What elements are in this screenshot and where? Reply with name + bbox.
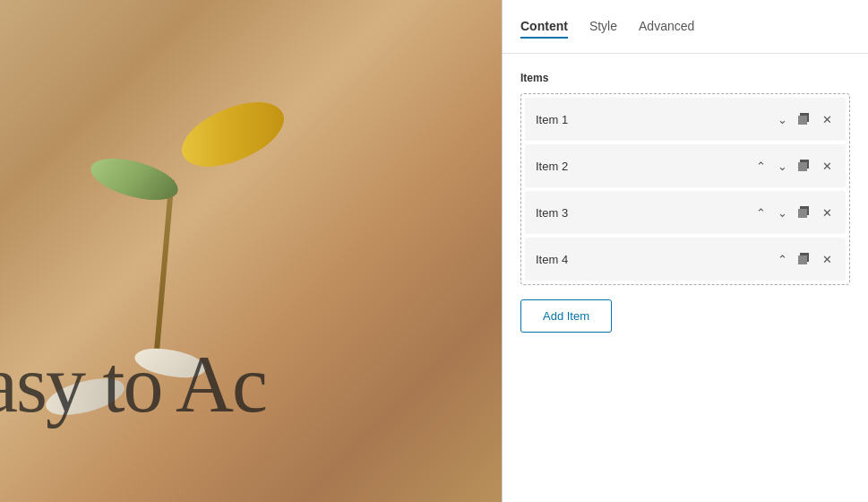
item-3-delete-button[interactable]: ✕ bbox=[819, 204, 835, 221]
item-3-controls: ⌃ ⌄ ✕ bbox=[752, 204, 835, 221]
items-list: Item 1 ⌄ ✕ Item 2 ⌃ ⌄ ✕ bbox=[520, 93, 850, 285]
item-2-label: Item 2 bbox=[536, 160, 752, 173]
item-3-copy-button[interactable] bbox=[795, 204, 813, 221]
item-2-delete-button[interactable]: ✕ bbox=[819, 158, 835, 175]
copy-icon bbox=[798, 206, 811, 219]
items-section-label: Items bbox=[520, 72, 850, 84]
leaf-yellow bbox=[173, 84, 293, 185]
overlay-text: asy to Ac bbox=[0, 338, 266, 430]
copy-icon bbox=[798, 113, 811, 126]
item-3-up-button[interactable]: ⌃ bbox=[752, 204, 769, 221]
item-1-label: Item 1 bbox=[536, 113, 774, 126]
tabs-header: Content Style Advanced bbox=[503, 0, 868, 54]
add-item-button[interactable]: Add Item bbox=[520, 299, 612, 333]
list-item: Item 2 ⌃ ⌄ ✕ bbox=[525, 144, 846, 187]
item-4-copy-button[interactable] bbox=[795, 251, 813, 267]
tab-style[interactable]: Style bbox=[589, 15, 617, 39]
panel-content: Items Item 1 ⌄ ✕ Item 2 ⌃ ⌄ bbox=[503, 54, 868, 502]
list-item: Item 3 ⌃ ⌄ ✕ bbox=[525, 191, 846, 234]
item-1-delete-button[interactable]: ✕ bbox=[819, 111, 835, 128]
item-4-label: Item 4 bbox=[536, 253, 774, 266]
copy-icon bbox=[798, 253, 811, 265]
copy-icon bbox=[798, 160, 811, 172]
item-4-up-button[interactable]: ⌃ bbox=[774, 251, 790, 268]
image-panel: asy to Ac bbox=[0, 0, 502, 502]
list-item: Item 1 ⌄ ✕ bbox=[525, 98, 846, 141]
list-item: Item 4 ⌃ ✕ bbox=[525, 238, 846, 281]
leaf-green bbox=[87, 154, 181, 205]
item-3-label: Item 3 bbox=[536, 206, 752, 220]
item-4-controls: ⌃ ✕ bbox=[774, 251, 835, 268]
plant-stem bbox=[153, 179, 174, 359]
item-4-delete-button[interactable]: ✕ bbox=[819, 251, 835, 268]
background-image: asy to Ac bbox=[0, 0, 502, 502]
item-1-copy-button[interactable] bbox=[795, 111, 813, 127]
item-3-down-button[interactable]: ⌄ bbox=[774, 204, 790, 221]
item-2-copy-button[interactable] bbox=[795, 158, 813, 174]
item-2-up-button[interactable]: ⌃ bbox=[752, 158, 769, 175]
item-2-controls: ⌃ ⌄ ✕ bbox=[752, 158, 835, 175]
item-2-down-button[interactable]: ⌄ bbox=[774, 158, 790, 175]
item-1-down-button[interactable]: ⌄ bbox=[774, 111, 790, 128]
tab-advanced[interactable]: Advanced bbox=[639, 15, 694, 39]
item-1-controls: ⌄ ✕ bbox=[774, 111, 835, 128]
tab-content[interactable]: Content bbox=[520, 15, 568, 39]
settings-panel: Content Style Advanced Items Item 1 ⌄ ✕ … bbox=[503, 0, 868, 502]
